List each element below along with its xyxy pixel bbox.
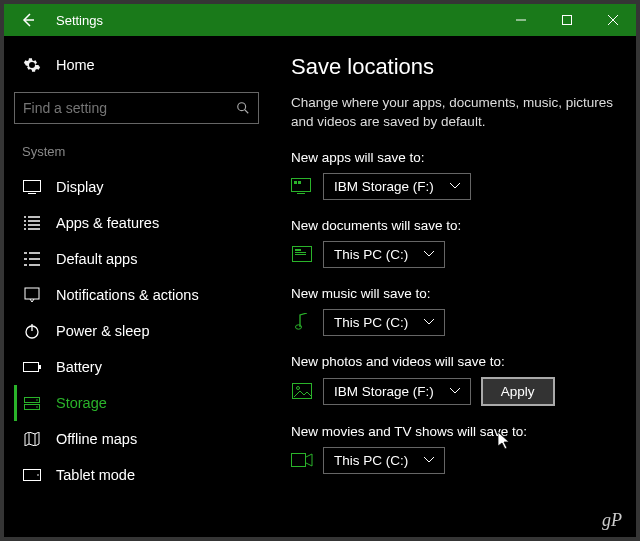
dropdown-value: This PC (C:) bbox=[334, 453, 408, 468]
maximize-button[interactable] bbox=[544, 4, 590, 36]
home-label: Home bbox=[56, 57, 95, 73]
setting-label: New music will save to: bbox=[291, 286, 620, 301]
nav-label: Power & sleep bbox=[56, 323, 150, 339]
setting-apps: New apps will save to: IBM Storage (F:) bbox=[291, 150, 620, 200]
search-box[interactable] bbox=[14, 92, 259, 124]
page-title: Save locations bbox=[291, 54, 620, 80]
battery-icon bbox=[22, 362, 42, 372]
sidebar-item-tablet[interactable]: Tablet mode bbox=[14, 457, 259, 493]
storage-icon bbox=[22, 397, 42, 410]
gear-icon bbox=[22, 56, 42, 74]
chevron-down-icon bbox=[424, 251, 434, 257]
sidebar-item-storage[interactable]: Storage bbox=[14, 385, 259, 421]
chevron-down-icon bbox=[450, 388, 460, 394]
setting-movies: New movies and TV shows will save to: Th… bbox=[291, 424, 620, 474]
music-save-icon bbox=[291, 313, 313, 331]
svg-rect-18 bbox=[294, 181, 297, 184]
search-icon bbox=[236, 101, 250, 115]
chevron-down-icon bbox=[450, 183, 460, 189]
dropdown-value: IBM Storage (F:) bbox=[334, 384, 434, 399]
setting-label: New apps will save to: bbox=[291, 150, 620, 165]
documents-location-dropdown[interactable]: This PC (C:) bbox=[323, 241, 445, 268]
content-pane: Save locations Change where your apps, d… bbox=[269, 36, 636, 537]
sidebar-item-battery[interactable]: Battery bbox=[14, 349, 259, 385]
movies-location-dropdown[interactable]: This PC (C:) bbox=[323, 447, 445, 474]
watermark: gP bbox=[602, 510, 622, 531]
dropdown-value: This PC (C:) bbox=[334, 247, 408, 262]
sidebar-item-maps[interactable]: Offline maps bbox=[14, 421, 259, 457]
chevron-down-icon bbox=[424, 457, 434, 463]
setting-photos: New photos and videos will save to: IBM … bbox=[291, 354, 620, 406]
svg-rect-28 bbox=[292, 454, 306, 467]
documents-save-icon bbox=[291, 245, 313, 263]
display-icon bbox=[22, 180, 42, 194]
sidebar-item-defaultapps[interactable]: Default apps bbox=[14, 241, 259, 277]
power-icon bbox=[22, 323, 42, 339]
svg-rect-22 bbox=[295, 249, 301, 251]
apps-save-icon bbox=[291, 177, 313, 195]
setting-label: New photos and videos will save to: bbox=[291, 354, 620, 369]
nav-label: Notifications & actions bbox=[56, 287, 199, 303]
svg-point-13 bbox=[36, 399, 38, 401]
svg-point-27 bbox=[297, 387, 300, 390]
titlebar: Settings bbox=[4, 4, 636, 36]
search-input[interactable] bbox=[23, 100, 236, 116]
window-title: Settings bbox=[56, 13, 103, 28]
nav-label: Display bbox=[56, 179, 104, 195]
sidebar-item-notifications[interactable]: Notifications & actions bbox=[14, 277, 259, 313]
map-icon bbox=[22, 432, 42, 446]
section-label: System bbox=[14, 140, 259, 163]
chevron-down-icon bbox=[424, 319, 434, 325]
setting-label: New movies and TV shows will save to: bbox=[291, 424, 620, 439]
svg-rect-4 bbox=[24, 181, 41, 192]
nav-label: Storage bbox=[56, 395, 107, 411]
svg-line-3 bbox=[245, 110, 249, 114]
movies-save-icon bbox=[291, 451, 313, 469]
nav-label: Offline maps bbox=[56, 431, 137, 447]
back-button[interactable] bbox=[4, 4, 52, 36]
svg-rect-24 bbox=[295, 254, 306, 255]
minimize-button[interactable] bbox=[498, 4, 544, 36]
window-controls bbox=[498, 4, 636, 36]
svg-point-2 bbox=[238, 103, 246, 111]
dropdown-value: This PC (C:) bbox=[334, 315, 408, 330]
tablet-icon bbox=[22, 469, 42, 481]
page-description: Change where your apps, documents, music… bbox=[291, 94, 620, 132]
close-button[interactable] bbox=[590, 4, 636, 36]
setting-documents: New documents will save to: This PC (C:) bbox=[291, 218, 620, 268]
notification-icon bbox=[22, 287, 42, 303]
dropdown-value: IBM Storage (F:) bbox=[334, 179, 434, 194]
sidebar: Home System Display Apps & features Defa… bbox=[4, 36, 269, 537]
nav-label: Default apps bbox=[56, 251, 137, 267]
list-icon bbox=[22, 216, 42, 230]
apply-button[interactable]: Apply bbox=[481, 377, 555, 406]
apps-location-dropdown[interactable]: IBM Storage (F:) bbox=[323, 173, 471, 200]
svg-rect-9 bbox=[24, 363, 39, 372]
setting-music: New music will save to: This PC (C:) bbox=[291, 286, 620, 336]
nav-label: Battery bbox=[56, 359, 102, 375]
defaults-icon bbox=[22, 252, 42, 266]
nav-label: Apps & features bbox=[56, 215, 159, 231]
sidebar-item-apps[interactable]: Apps & features bbox=[14, 205, 259, 241]
setting-label: New documents will save to: bbox=[291, 218, 620, 233]
svg-rect-17 bbox=[292, 179, 311, 192]
photos-save-icon bbox=[291, 382, 313, 400]
photos-location-dropdown[interactable]: IBM Storage (F:) bbox=[323, 378, 471, 405]
svg-rect-6 bbox=[25, 288, 39, 299]
nav-label: Tablet mode bbox=[56, 467, 135, 483]
sidebar-item-display[interactable]: Display bbox=[14, 169, 259, 205]
svg-rect-1 bbox=[563, 16, 572, 25]
music-location-dropdown[interactable]: This PC (C:) bbox=[323, 309, 445, 336]
svg-point-14 bbox=[36, 406, 38, 408]
svg-rect-19 bbox=[298, 181, 301, 184]
home-nav[interactable]: Home bbox=[14, 50, 259, 80]
svg-rect-23 bbox=[295, 252, 306, 253]
svg-rect-10 bbox=[39, 365, 41, 369]
sidebar-item-power[interactable]: Power & sleep bbox=[14, 313, 259, 349]
svg-point-16 bbox=[37, 474, 39, 476]
settings-window: Settings Home System Display bbox=[4, 4, 636, 537]
